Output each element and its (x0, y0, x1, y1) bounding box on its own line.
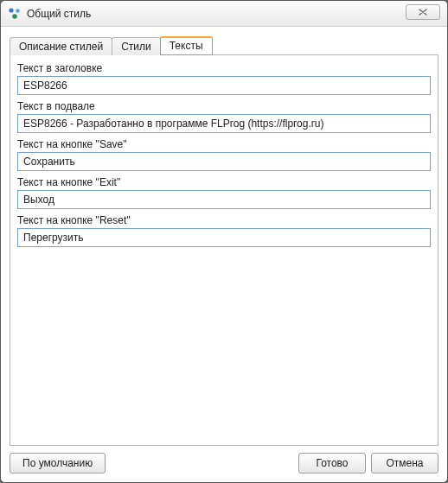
tab-strip: Описание стилей Стили Тексты (10, 34, 438, 54)
tab-texts[interactable]: Тексты (160, 36, 213, 55)
svg-point-2 (12, 14, 17, 19)
input-save-text[interactable] (17, 152, 431, 171)
label-exit-text: Текст на кнопке "Exit" (17, 176, 431, 188)
input-footer-text[interactable] (17, 114, 431, 133)
label-reset-text: Текст на кнопке "Reset" (17, 214, 431, 226)
tab-styles[interactable]: Стили (112, 37, 161, 55)
defaults-button[interactable]: По умолчанию (10, 453, 106, 473)
tab-panel-texts: Текст в заголовке Текст в подвале Текст … (10, 54, 438, 446)
svg-point-0 (9, 8, 13, 12)
input-header-text[interactable] (17, 76, 431, 95)
dialog-window: Общий стиль Описание стилей Стили Тексты… (0, 0, 448, 483)
tab-style-descriptions[interactable]: Описание стилей (10, 37, 112, 55)
label-save-text: Текст на кнопке "Save" (17, 138, 431, 150)
label-header-text: Текст в заголовке (17, 62, 431, 74)
window-title: Общий стиль (27, 8, 406, 20)
svg-point-1 (16, 9, 19, 12)
ok-button[interactable]: Готово (298, 453, 366, 473)
input-exit-text[interactable] (17, 190, 431, 209)
label-footer-text: Текст в подвале (17, 100, 431, 112)
input-reset-text[interactable] (17, 228, 431, 247)
close-button[interactable] (406, 4, 440, 20)
title-bar: Общий стиль (1, 1, 447, 27)
client-area: Описание стилей Стили Тексты Текст в заг… (1, 27, 447, 482)
cancel-button[interactable]: Отмена (371, 453, 438, 473)
app-icon (8, 7, 22, 21)
dialog-button-row: По умолчанию Готово Отмена (10, 446, 438, 473)
